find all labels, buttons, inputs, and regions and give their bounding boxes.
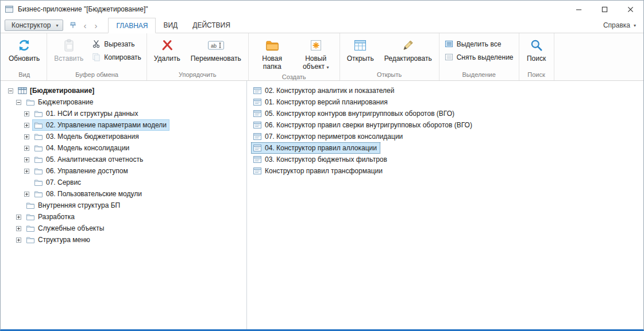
expand-icon[interactable] — [24, 169, 29, 174]
list-node[interactable]: 03. Конструктор бюджетных фильтров — [251, 154, 391, 165]
expand-icon[interactable] — [24, 111, 29, 116]
pin-icon — [69, 21, 77, 29]
tree-item[interactable]: 04. Модель консолидации — [1, 142, 246, 154]
tree-node[interactable]: 05. Аналитическая отчетность — [32, 154, 146, 165]
deselect-button[interactable]: Снять выделение — [441, 52, 517, 63]
list-node[interactable]: 07. Конструктор периметров консолидации — [251, 131, 406, 142]
open-button[interactable]: Открыть — [342, 34, 379, 65]
tree-item[interactable]: 08. Пользовательские модули — [1, 188, 246, 200]
expand-icon[interactable] — [24, 146, 29, 151]
expand-icon[interactable] — [16, 226, 21, 231]
refresh-button[interactable]: Обновить — [3, 34, 45, 65]
list-item[interactable]: 02. Конструктор аналитик и показателей — [247, 85, 643, 96]
close-icon — [627, 6, 634, 13]
tree-node[interactable]: 07. Сервис — [32, 177, 84, 188]
tab-glavnaya[interactable]: ГЛАВНАЯ — [108, 18, 156, 33]
open-icon — [353, 38, 367, 53]
list-node[interactable]: 06. Конструктор правил сверки внутригруп… — [251, 119, 476, 131]
list-item[interactable]: 01. Конструктор версий планирования — [247, 96, 643, 108]
tab-vid[interactable]: ВИД — [156, 18, 185, 33]
clipboard-small-buttons: Вырезать Копировать — [88, 34, 145, 63]
group-label-selection: Выделение — [441, 71, 517, 80]
folder-icon — [26, 98, 35, 106]
tree-node[interactable]: Бюджетирование — [24, 96, 96, 108]
ribbon-group-view: Обновить Вид — [2, 33, 47, 80]
collapse-icon[interactable] — [8, 88, 13, 94]
tree-item[interactable]: 06. Управление доступом — [1, 165, 246, 177]
expander-spacer — [16, 203, 21, 208]
new-object-button[interactable]: Новый объект ▾ — [294, 34, 338, 73]
ribbon-group-clipboard: Вставить Вырезать Копировать Буфер обмен… — [47, 33, 147, 80]
delete-button[interactable]: Удалить — [149, 34, 186, 65]
search-button[interactable]: Поиск — [521, 34, 552, 65]
select-all-button[interactable]: Выделить все — [441, 38, 505, 49]
tree-node[interactable]: 03. Модель бюджетирования — [32, 131, 142, 142]
ribbon-group-arrange: Удалить Переименовать Упорядочить — [147, 33, 249, 80]
forward-button[interactable]: › — [90, 18, 101, 33]
back-button[interactable]: ‹ — [79, 18, 90, 33]
tree-item-selected[interactable]: 02. Управление параметрами модели — [1, 119, 246, 131]
maximize-button[interactable] — [592, 1, 618, 18]
tree-node[interactable]: 02. Управление параметрами модели — [32, 119, 169, 131]
selection-small-buttons: Выделить все Снять выделение — [441, 34, 517, 63]
tree-node[interactable]: 08. Пользовательские модули — [32, 188, 145, 200]
list-node[interactable]: 02. Конструктор аналитик и показателей — [251, 85, 398, 96]
tree-item[interactable]: 03. Модель бюджетирования — [1, 131, 246, 142]
list-item[interactable]: Конструктор правил трансформации — [247, 165, 643, 177]
expand-icon[interactable] — [24, 134, 29, 139]
refresh-icon — [17, 38, 31, 53]
minimize-button[interactable] — [566, 1, 592, 18]
list-node[interactable]: Конструктор правил трансформации — [251, 165, 386, 177]
app-icon — [5, 5, 14, 13]
pin-button[interactable] — [66, 18, 79, 33]
tree-item[interactable]: Структура меню — [1, 234, 246, 246]
tree-node[interactable]: Внутренняя структура БП — [24, 200, 123, 211]
list-item-selected[interactable]: 04. Конструктор правил аллокации — [247, 142, 643, 154]
list-item[interactable]: 07. Конструктор периметров консолидации — [247, 131, 643, 142]
list-node[interactable]: 05. Конструктор контуров внутригрупповых… — [251, 108, 458, 119]
paste-button[interactable]: Вставить — [49, 34, 88, 65]
list-node[interactable]: 04. Конструктор правил аллокации — [251, 142, 380, 154]
tree-node[interactable]: 01. НСИ и структуры данных — [32, 108, 141, 119]
tree-node[interactable]: Структура меню — [24, 234, 93, 246]
forward-icon: › — [94, 21, 97, 30]
help-menu[interactable]: Справка ▾ — [603, 18, 643, 33]
list-item[interactable]: 05. Конструктор контуров внутригрупповых… — [247, 108, 643, 119]
rename-button[interactable]: Переименовать — [186, 34, 246, 65]
expand-icon[interactable] — [16, 237, 21, 243]
collapse-icon[interactable] — [16, 100, 21, 105]
expand-icon[interactable] — [24, 192, 29, 197]
tree-node[interactable]: Служебные объекты — [24, 223, 107, 234]
ribbon-tab-bar: Конструктор ▾ ‹ › ГЛАВНАЯ ВИД ДЕЙСТВИЯ С… — [1, 18, 643, 33]
tree-node[interactable]: [Бюджетирование] — [16, 85, 97, 96]
tree-item[interactable]: Служебные объекты — [1, 223, 246, 234]
list-item[interactable]: 03. Конструктор бюджетных фильтров — [247, 154, 643, 165]
folder-icon — [34, 144, 43, 152]
folder-icon — [34, 167, 43, 175]
tree-item[interactable]: 01. НСИ и структуры данных — [1, 108, 246, 119]
cut-button[interactable]: Вырезать — [88, 38, 138, 49]
tree-node[interactable]: Разработка — [24, 211, 78, 223]
list-item[interactable]: 06. Конструктор правил сверки внутригруп… — [247, 119, 643, 131]
tree-item[interactable]: Бюджетирование — [1, 96, 246, 108]
expand-icon[interactable] — [16, 215, 21, 220]
tree-node[interactable]: 04. Модель консолидации — [32, 142, 132, 154]
tab-deystviya[interactable]: ДЕЙСТВИЯ — [185, 18, 238, 33]
tree-item[interactable]: Разработка — [1, 211, 246, 223]
rename-icon — [207, 38, 225, 53]
expand-icon[interactable] — [24, 157, 29, 162]
list-node[interactable]: 01. Конструктор версий планирования — [251, 96, 391, 108]
tree-node[interactable]: 06. Управление доступом — [32, 165, 131, 177]
tree-item[interactable]: 07. Сервис — [1, 177, 246, 188]
close-button[interactable] — [618, 1, 643, 18]
window-title: Бизнес-приложение "[Бюджетирование]" — [18, 5, 148, 13]
expand-icon[interactable] — [24, 123, 29, 128]
expander-spacer — [24, 180, 29, 185]
edit-button[interactable]: Редактировать — [379, 34, 437, 65]
tree-item[interactable]: Внутренняя структура БП — [1, 200, 246, 211]
tree-item-root[interactable]: [Бюджетирование] — [1, 85, 246, 96]
new-folder-button[interactable]: Новая папка — [250, 34, 294, 73]
tree-item[interactable]: 05. Аналитическая отчетность — [1, 154, 246, 165]
copy-button[interactable]: Копировать — [88, 52, 145, 63]
constructor-menu-button[interactable]: Конструктор ▾ — [5, 20, 63, 31]
